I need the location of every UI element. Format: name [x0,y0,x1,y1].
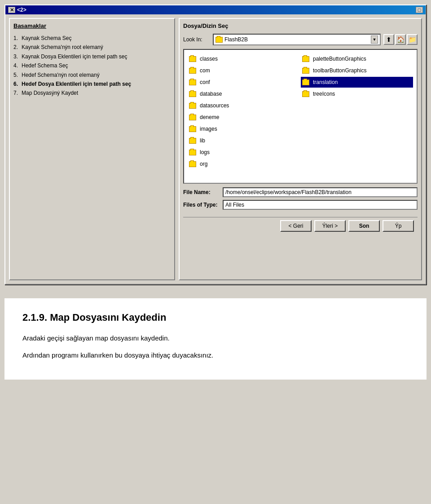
folder-icon [189,138,196,144]
file-item-deneme[interactable]: deneme [188,112,300,123]
file-name-toolbar: toolbarButtonGraphics [313,67,366,74]
folder-icon [302,91,309,97]
window-title: <2> [17,7,26,13]
file-item-lib[interactable]: lib [188,135,300,146]
folder-icon [189,150,196,155]
file-item-conf[interactable]: conf [188,77,300,88]
file-item-database[interactable]: database [188,88,300,99]
file-name-deneme: deneme [200,114,219,120]
folder-icon [189,80,196,85]
step-2: 2. Kaynak Schema'nýn root elemaný [13,43,171,52]
file-name-conf: conf [200,79,210,85]
step-5-text: Hedef Schema'nýn root elemaný [22,71,100,80]
steps-list: 1. Kaynak Schema Seç 2. Kaynak Schema'ný… [13,34,171,98]
step-2-num: 2. [13,43,20,52]
file-item-images[interactable]: images [188,124,300,134]
step-6-num: 6. [13,80,20,88]
folder-icon [302,68,309,74]
step-4-num: 4. [13,61,20,70]
section-para1: Aradaki geçişi sağlayan map dosyasını ka… [22,332,409,344]
step-1-num: 1. [13,34,20,43]
next-button[interactable]: Ýleri > [314,220,346,232]
look-in-value: FlashB2B [224,36,248,43]
finish-button[interactable]: Son [348,220,380,232]
file-item-org[interactable]: org [188,159,300,169]
step-7: 7. Map Dosyasýný Kaydet [13,88,171,97]
files-of-type-value[interactable]: All Files [223,200,418,210]
section-heading: 2.1.9. Map Dosyasını Kaydedin [22,312,409,323]
title-bar: ✕ <2> □ [5,5,426,14]
file-name-images: images [200,126,217,132]
step-7-text: Map Dosyasýný Kaydet [22,88,78,97]
step-1: 1. Kaynak Schema Seç [13,34,171,43]
folder-icon [302,56,309,62]
file-item-treeicons[interactable]: treeIcons [301,88,413,99]
files-of-type-row: Files of Type: All Files [183,200,418,210]
up-folder-button[interactable]: ⬆ [383,34,394,45]
home-button[interactable]: 🏠 [395,34,406,45]
step-6: 6. Hedef Dosya Eklentileri için temel pa… [13,80,171,88]
file-name-palette: paletteButtonGraphics [313,56,366,62]
step-5-num: 5. [13,71,20,80]
file-item-toolbarButtonGraphics[interactable]: toolbarButtonGraphics [301,65,413,76]
main-window: ✕ <2> □ Basamaklar 1. Kaynak Schema Seç … [4,4,427,285]
step-2-text: Kaynak Schema'nýn root elemaný [22,43,103,52]
file-item-classes[interactable]: classes [188,53,300,64]
step-3-text: Kaynak Dosya Eklentileri için temel path… [22,52,127,61]
file-item-paletteButtonGraphics[interactable]: paletteButtonGraphics [301,53,413,64]
file-name-logs: logs [200,149,210,155]
step-1-text: Kaynak Schema Seç [22,34,71,43]
file-name-input[interactable]: /home/onsel/eclipse/workspace/FlashB2B/t… [223,187,418,197]
back-button[interactable]: < Geri [280,220,312,232]
step-3: 3. Kaynak Dosya Eklentileri için temel p… [13,52,171,61]
folder-icon [189,56,196,62]
folder-icon [189,161,196,167]
file-name-label: File Name: [183,189,219,195]
file-item-translation[interactable]: translation [301,77,413,88]
file-item-datasources[interactable]: datasources [188,100,300,111]
file-item-com[interactable]: com [188,65,300,76]
section-para2: Ardından programı kullanırken bu dosyaya… [22,349,409,361]
look-in-label: Look In: [183,36,210,43]
file-name-translation: translation [313,79,338,85]
folder-icon [189,115,196,120]
file-name-row: File Name: /home/onsel/eclipse/workspace… [183,187,418,197]
folder-icon [216,37,223,43]
text-section: 2.1.9. Map Dosyasını Kaydedin Aradaki ge… [4,298,427,380]
step-6-text: Hedef Dosya Eklentileri için temel path … [22,80,131,88]
look-in-combo[interactable]: FlashB2B ▼ [213,34,381,45]
step-5: 5. Hedef Schema'nýn root elemaný [13,71,171,80]
step-7-num: 7. [13,88,20,97]
new-folder-button[interactable]: 📁 [407,34,418,45]
cancel-button[interactable]: Ýp [383,220,414,232]
file-name-datasources: datasources [200,102,229,109]
file-name-database: database [200,91,222,97]
maximize-button[interactable]: □ [416,7,423,13]
left-panel-title: Basamaklar [13,22,171,29]
step-4: 4. Hedef Schema Seç [13,61,171,70]
folder-icon [302,80,309,85]
file-name-classes: classes [200,56,218,62]
file-name-treeicons: treeIcons [313,91,335,97]
left-panel: Basamaklar 1. Kaynak Schema Seç 2. Kayna… [9,18,175,280]
step-4-text: Hedef Schema Seç [22,61,68,70]
bottom-buttons: < Geri Ýleri > Son Ýp [183,217,418,234]
file-name-lib: lib [200,137,205,144]
file-item-logs[interactable]: logs [188,147,300,158]
look-in-row: Look In: FlashB2B ▼ ⬆ 🏠 📁 [183,34,418,45]
folder-icon [189,126,196,132]
file-name-org: org [200,161,207,167]
folder-icon [189,91,196,97]
step-3-num: 3. [13,52,20,61]
right-panel-title: Dosya/Dizin Seç [183,22,418,29]
combo-arrow[interactable]: ▼ [371,35,378,44]
folder-icon [189,103,196,109]
close-button[interactable]: ✕ [8,7,15,13]
title-bar-left: ✕ <2> [8,7,26,13]
folder-icon [189,68,196,74]
file-name-com: com [200,67,210,74]
look-in-buttons: ⬆ 🏠 📁 [383,34,418,45]
files-of-type-label: Files of Type: [183,202,219,208]
window-body: Basamaklar 1. Kaynak Schema Seç 2. Kayna… [5,14,426,284]
right-panel: Dosya/Dizin Seç Look In: FlashB2B ▼ ⬆ 🏠 … [179,18,422,280]
